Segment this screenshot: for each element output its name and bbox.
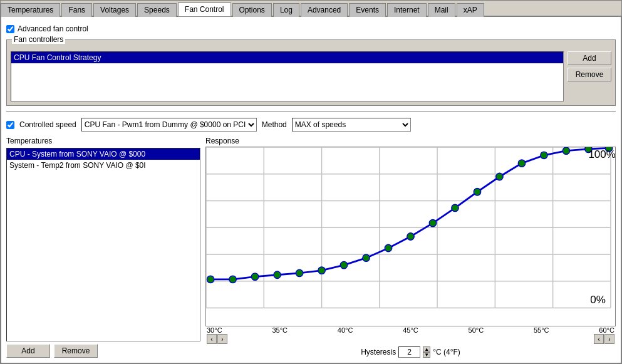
x-label-55: 55°C bbox=[534, 326, 549, 334]
advanced-fan-control-row: Advanced fan control bbox=[6, 22, 616, 36]
tab-xap[interactable]: xAP bbox=[457, 3, 484, 17]
temperatures-list: CPU - System from SONY VAIO @ $000 Syste… bbox=[6, 148, 200, 341]
temps-remove-button[interactable]: Remove bbox=[54, 344, 98, 358]
svg-point-18 bbox=[274, 271, 281, 278]
svg-point-30 bbox=[541, 152, 547, 159]
temps-buttons: Add Remove bbox=[6, 344, 200, 358]
tab-options[interactable]: Options bbox=[232, 3, 272, 17]
x-axis-labels: 30°C 35°C 40°C 45°C 50°C 55°C 60°C bbox=[205, 326, 616, 334]
temps-list-item-1[interactable]: System - Temp2 from SONY VAIO @ $0I bbox=[7, 160, 200, 171]
response-graph-svg[interactable]: 100% 0% bbox=[206, 147, 615, 326]
svg-point-19 bbox=[296, 269, 303, 276]
hysteresis-input[interactable] bbox=[398, 346, 420, 358]
controlled-speed-label: Controlled speed bbox=[19, 120, 76, 129]
tab-advanced[interactable]: Advanced bbox=[301, 3, 348, 17]
svg-point-20 bbox=[318, 267, 325, 274]
x-left-arrows: ‹ › bbox=[207, 334, 227, 344]
x-label-35: 35°C bbox=[272, 326, 288, 334]
response-label: Response bbox=[205, 137, 616, 145]
tab-events[interactable]: Events bbox=[349, 3, 386, 17]
content-area: Advanced fan control Fan controllers CPU… bbox=[1, 17, 621, 363]
fan-controllers-area: CPU Fan Control Strategy Add Remove bbox=[11, 51, 611, 101]
method-select[interactable]: MAX of speeds bbox=[292, 118, 411, 132]
svg-point-27 bbox=[474, 189, 480, 195]
hysteresis-row: Hysteresis ▲ ▼ °C (4°F) bbox=[205, 346, 616, 358]
fan-controllers-group: Fan controllers CPU Fan Control Strategy… bbox=[6, 39, 616, 106]
svg-point-21 bbox=[340, 261, 347, 268]
bottom-area: Temperatures CPU - System from SONY VAIO… bbox=[6, 137, 616, 358]
temps-add-button[interactable]: Add bbox=[6, 344, 50, 358]
tab-voltages[interactable]: Voltages bbox=[93, 3, 136, 17]
tab-temperatures[interactable]: Temperatures bbox=[1, 3, 60, 17]
x-label-40: 40°C bbox=[338, 326, 353, 334]
graph-inner: 100% 0% bbox=[206, 147, 615, 326]
tab-fans[interactable]: Fans bbox=[61, 3, 92, 17]
svg-text:0%: 0% bbox=[590, 294, 606, 306]
svg-point-17 bbox=[251, 273, 258, 280]
fan-remove-button[interactable]: Remove bbox=[568, 68, 611, 81]
divider bbox=[6, 111, 616, 112]
temps-list-item-0[interactable]: CPU - System from SONY VAIO @ $000 bbox=[7, 148, 200, 160]
graph-container[interactable]: 100% 0% bbox=[205, 147, 616, 326]
tab-bar: Temperatures Fans Voltages Speeds Fan Co… bbox=[1, 1, 621, 17]
controlled-speed-checkbox[interactable] bbox=[6, 121, 14, 129]
x-label-45: 45°C bbox=[403, 326, 418, 334]
controlled-speed-select[interactable]: CPU Fan - Pwm1 from Dummy @ $0000 on PCI bbox=[81, 118, 257, 132]
svg-point-29 bbox=[518, 160, 525, 167]
fan-list: CPU Fan Control Strategy bbox=[11, 51, 564, 101]
response-section: Response bbox=[205, 137, 616, 358]
x-axis-arrows: ‹ › ‹ › bbox=[205, 334, 616, 344]
x-right-arrow[interactable]: › bbox=[217, 334, 227, 344]
svg-point-15 bbox=[207, 276, 214, 283]
svg-point-25 bbox=[429, 219, 436, 226]
controlled-speed-row: Controlled speed CPU Fan - Pwm1 from Dum… bbox=[6, 117, 616, 133]
hysteresis-down[interactable]: ▼ bbox=[423, 352, 430, 358]
x-right-arrows: ‹ › bbox=[594, 334, 614, 344]
x-right-arrow-2[interactable]: › bbox=[604, 334, 614, 344]
fan-controllers-buttons: Add Remove bbox=[568, 51, 611, 101]
tab-speeds[interactable]: Speeds bbox=[137, 3, 177, 17]
x-label-30: 30°C bbox=[207, 326, 222, 334]
tab-internet[interactable]: Internet bbox=[387, 3, 427, 17]
temperatures-section: Temperatures CPU - System from SONY VAIO… bbox=[6, 137, 200, 358]
svg-point-16 bbox=[229, 276, 236, 283]
main-container: Temperatures Fans Voltages Speeds Fan Co… bbox=[0, 0, 622, 364]
x-label-50: 50°C bbox=[469, 326, 484, 334]
fan-controllers-label: Fan controllers bbox=[12, 35, 65, 44]
svg-point-28 bbox=[496, 173, 503, 180]
method-label: Method bbox=[262, 120, 287, 129]
x-left-arrow[interactable]: ‹ bbox=[207, 334, 217, 344]
hysteresis-label: Hysteresis bbox=[361, 348, 396, 356]
hysteresis-unit: °C (4°F) bbox=[433, 348, 460, 356]
advanced-fan-control-label: Advanced fan control bbox=[18, 24, 88, 33]
tab-mail[interactable]: Mail bbox=[428, 3, 455, 17]
fan-add-button[interactable]: Add bbox=[568, 51, 611, 65]
fan-list-item[interactable]: CPU Fan Control Strategy bbox=[11, 52, 563, 63]
tab-fan-control[interactable]: Fan Control bbox=[178, 3, 231, 16]
svg-point-31 bbox=[562, 147, 569, 154]
tab-log[interactable]: Log bbox=[273, 3, 299, 17]
svg-point-23 bbox=[385, 244, 391, 251]
hysteresis-spinner: ▲ ▼ bbox=[423, 346, 430, 358]
svg-point-24 bbox=[407, 233, 414, 240]
temperatures-section-label: Temperatures bbox=[6, 137, 200, 145]
x-left-arrow-2[interactable]: ‹ bbox=[594, 334, 604, 344]
svg-point-26 bbox=[452, 204, 459, 211]
hysteresis-up[interactable]: ▲ bbox=[423, 346, 430, 352]
x-label-60: 60°C bbox=[599, 326, 614, 334]
advanced-fan-control-checkbox[interactable] bbox=[6, 25, 14, 33]
svg-text:100%: 100% bbox=[588, 148, 615, 160]
svg-point-22 bbox=[363, 254, 370, 261]
